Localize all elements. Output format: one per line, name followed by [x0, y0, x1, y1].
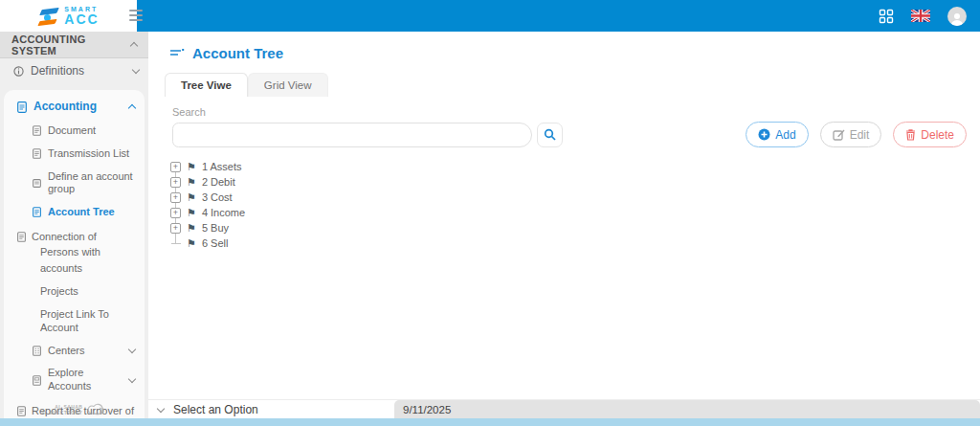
sidebar-item-transmission-list[interactable]: Transmission List: [4, 143, 145, 166]
sidebar-item-explore-accounts[interactable]: Explore Accounts: [4, 362, 145, 398]
expand-plus-icon[interactable]: +: [170, 162, 181, 172]
expand-plus-icon[interactable]: +: [170, 208, 181, 218]
sidebar-item-label: Connection of Persons with accounts: [32, 231, 100, 274]
tree-node-label: 5 Buy: [202, 222, 229, 234]
chevron-down-icon: [157, 404, 165, 412]
search-icon: [544, 128, 556, 141]
controls-row: Add Edit Delete: [148, 122, 980, 147]
edit-pencil-icon: [833, 128, 845, 141]
flag-icon: ⚑: [187, 223, 196, 234]
tree-row-debit[interactable]: + ⚑ 2 Debit: [170, 174, 381, 190]
account-tree-icon: [33, 207, 41, 217]
edit-button-label: Edit: [850, 128, 870, 142]
smart-acc-logo-icon: [37, 6, 60, 27]
menu-hamburger-icon[interactable]: [129, 10, 143, 21]
account-tree: + ⚑ 1 Assets + ⚑ 2 Debit + ⚑ 3 Cost + ⚑ …: [170, 159, 381, 251]
sidebar-item-label: Projects: [40, 285, 135, 299]
sidebar-accounting-group: Accounting Document Transmission List De…: [4, 90, 145, 418]
footer-select-label: Select an Option: [173, 403, 258, 416]
tab-tree-view[interactable]: Tree Viwe: [165, 73, 248, 97]
app-logo[interactable]: SMART ACC: [0, 0, 137, 32]
sidebar-item-label: Centers: [48, 345, 122, 358]
page-title: Account Tree: [192, 45, 283, 61]
tab-bar: Tree Viwe Grid View: [148, 61, 980, 97]
chevron-up-icon: [130, 42, 138, 50]
language-uk-flag-icon[interactable]: [911, 10, 930, 22]
folder-group-icon: [33, 178, 41, 189]
sidebar-item-label: Account Tree: [48, 206, 135, 219]
trash-icon: [905, 128, 916, 141]
tree-node-label: 4 Income: [202, 207, 245, 218]
user-avatar[interactable]: [947, 7, 967, 26]
footer-bar: Select an Option 9/11/2025: [148, 399, 980, 418]
chevron-down-icon: [128, 374, 136, 382]
list-sort-icon: [169, 48, 185, 59]
edit-button[interactable]: Edit: [820, 122, 882, 147]
accounting-doc-icon: [17, 101, 27, 113]
sidebar-header-label: ACCOUNTING SYSTEM: [11, 34, 123, 56]
sidebar-item-label: Explore Accounts: [48, 367, 122, 393]
flag-icon: ⚑: [187, 238, 196, 249]
chevron-down-icon: [128, 346, 136, 353]
add-button[interactable]: Add: [746, 122, 808, 147]
flag-icon: ⚑: [187, 192, 196, 203]
search-input[interactable]: [172, 123, 532, 147]
sidebar: ACCOUNTING SYSTEM Definitions Accounting…: [0, 32, 148, 418]
sidebar-item-define-account-group[interactable]: Define an account group: [4, 166, 145, 202]
tree-node-label: 1 Assets: [202, 161, 242, 172]
sidebar-item-account-tree[interactable]: Account Tree: [4, 201, 145, 224]
flag-icon: ⚑: [187, 177, 196, 188]
search-label: Search: [148, 97, 980, 122]
flag-icon: ⚑: [187, 208, 196, 218]
sidebar-item-document[interactable]: Document: [4, 120, 145, 143]
sidebar-item-label: Define an account group: [48, 170, 135, 197]
sidebar-item-definitions[interactable]: Definitions: [0, 58, 148, 84]
footer-date-picker[interactable]: 9/11/2025: [394, 400, 980, 418]
tree-row-buy[interactable]: + ⚑ 5 Buy: [170, 220, 381, 235]
tree-node-label: 6 Sell: [202, 237, 229, 249]
expand-plus-icon[interactable]: +: [170, 177, 181, 188]
apps-grid-icon[interactable]: [879, 9, 894, 24]
logo-acc-label: ACC: [64, 12, 99, 26]
sidebar-item-centers[interactable]: Centers: [4, 340, 145, 363]
tree-row-income[interactable]: + ⚑ 4 Income: [170, 205, 381, 220]
document-icon: [33, 125, 41, 136]
brand-line2: AL ELECTRONY: [41, 410, 83, 415]
tree-row-sell[interactable]: ⚑ 6 Sell: [170, 235, 381, 251]
action-buttons: Add Edit Delete: [746, 122, 967, 147]
expand-plus-icon[interactable]: +: [170, 223, 181, 234]
sidebar-item-accounting[interactable]: Accounting: [4, 94, 145, 120]
tab-grid-view[interactable]: Grid View: [248, 73, 328, 97]
sidebar-item-label: Transmission List: [48, 147, 135, 161]
sidebar-item-project-link-to-account[interactable]: Project Link To Account: [4, 303, 145, 340]
tree-node-label: 2 Debit: [202, 176, 235, 188]
tree-connector: [171, 243, 181, 244]
brand-footer: AL SAHAB AL ELECTRONY: [0, 403, 148, 415]
footer-date-value: 9/11/2025: [403, 404, 451, 415]
page-background-strip: [0, 418, 980, 426]
info-icon: [13, 66, 24, 77]
tree-node-label: 3 Cost: [202, 191, 233, 203]
delete-button[interactable]: Delete: [893, 122, 967, 147]
tree-row-cost[interactable]: + ⚑ 3 Cost: [170, 190, 381, 205]
add-button-label: Add: [775, 128, 795, 142]
page-title-row: Account Tree: [148, 32, 980, 61]
persons-icon: [17, 232, 26, 242]
sidebar-item-projects[interactable]: Projects: [4, 280, 145, 303]
tree-row-assets[interactable]: + ⚑ 1 Assets: [170, 159, 381, 174]
sidebar-header-accounting-system[interactable]: ACCOUNTING SYSTEM: [0, 32, 148, 58]
sidebar-item-label: Accounting: [33, 100, 122, 114]
brand-cloud-icon: [86, 403, 107, 415]
chevron-up-icon: [128, 104, 136, 112]
top-bar: SMART ACC: [0, 0, 980, 32]
sidebar-item-connection-persons-accounts[interactable]: Connection of Persons with accounts: [4, 224, 145, 281]
centers-icon: [33, 346, 41, 356]
search-button[interactable]: [537, 123, 563, 147]
explore-accounts-icon: [33, 375, 41, 386]
footer-select-option[interactable]: Select an Option: [158, 400, 258, 419]
plus-circle-icon: [758, 128, 770, 141]
chevron-down-icon: [132, 66, 140, 74]
expand-plus-icon[interactable]: +: [170, 192, 181, 203]
sidebar-item-label: Project Link To Account: [40, 308, 135, 335]
logo-text: SMART ACC: [64, 6, 99, 26]
